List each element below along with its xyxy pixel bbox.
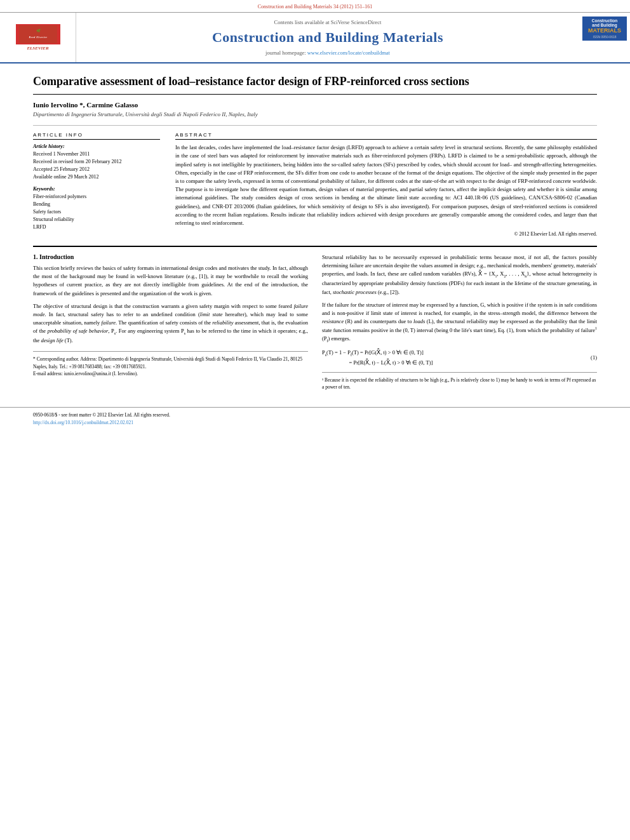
affiliation: Dipartimento di Ingegneria Strutturale, … — [33, 111, 597, 117]
abstract-text: In the last decades, codes have implemen… — [175, 143, 597, 227]
body-right-col: Structural reliability has to be necessa… — [322, 253, 597, 390]
keywords-section: Keywords: Fiber-reinforced polymers Bend… — [33, 186, 160, 231]
doi-link[interactable]: http://dx.doi.org/10.1016/j.conbuildmat.… — [33, 420, 133, 425]
footnote-area-left: * Corresponding author. Address: Diparti… — [33, 351, 308, 377]
journal-header: 🌿 Reed Elsevier ELSEVIER Contents lists … — [0, 13, 630, 63]
footnote-email: E-mail address: iunio.iervolino@unina.it… — [33, 370, 308, 377]
equation-1: Ps(T) = 1 − Pf(T) = Pr[G(X̄, t) > 0 ∀t ∈… — [322, 349, 597, 366]
eq1-line2: = Pr[R(X̄, t) − L(X̄, t) > 0 ∀t ∈ (0, T)… — [322, 359, 582, 366]
revised-date: Received in revised form 20 February 201… — [33, 158, 160, 166]
svg-text:Reed Elsevier: Reed Elsevier — [29, 36, 47, 39]
info-abstract-row: ARTICLE INFO Article history: Received 1… — [33, 132, 597, 237]
keyword-5: LRFD — [33, 223, 160, 231]
journal-homepage: journal homepage: www.elsevier.com/locat… — [265, 50, 390, 56]
journal-title: Construction and Building Materials — [212, 29, 443, 46]
page: Construction and Building Materials 34 (… — [0, 0, 630, 840]
author-names: Iunio Iervolino *, Carmine Galasso — [33, 101, 138, 109]
eq1-number: (1) — [582, 354, 597, 361]
equation-1-text: Ps(T) = 1 − Pf(T) = Pr[G(X̄, t) > 0 ∀t ∈… — [322, 349, 582, 366]
journal-center-header: Contents lists available at SciVerse Sci… — [76, 13, 579, 62]
received-date: Received 1 November 2011 — [33, 150, 160, 158]
two-col-body: 1. Introduction This section briefly rev… — [33, 253, 597, 390]
badge-subtitle: ISSN 0950-0618 — [584, 35, 625, 39]
footnote-corresponding: * Corresponding author. Address: Diparti… — [33, 356, 308, 370]
bottom-issn: 0950-0618/$ - see front matter © 2012 El… — [33, 411, 597, 419]
badge-line2: and Building — [584, 23, 625, 27]
section1-heading: 1. Introduction — [33, 253, 308, 260]
elsevier-block: 🌿 Reed Elsevier — [16, 24, 60, 44]
available-date: Available online 29 March 2012 — [33, 173, 160, 181]
section1-para1: This section briefly reviews the basics … — [33, 264, 308, 298]
keyword-2: Bending — [33, 201, 160, 208]
article-info: ARTICLE INFO Article history: Received 1… — [33, 132, 160, 237]
abstract-section: ABSTRACT In the last decades, codes have… — [175, 132, 597, 237]
keyword-3: Safety factors — [33, 208, 160, 216]
bottom-doi: http://dx.doi.org/10.1016/j.conbuildmat.… — [33, 419, 597, 427]
article-history: Article history: Received 1 November 201… — [33, 143, 160, 181]
eq1-line1: Ps(T) = 1 − Pf(T) = Pr[G(X̄, t) > 0 ∀t ∈… — [322, 349, 582, 357]
section1-para2: The objective of structural design is th… — [33, 302, 308, 345]
accepted-date: Accepted 25 February 2012 — [33, 166, 160, 173]
history-label: Article history: — [33, 143, 160, 149]
article-info-title: ARTICLE INFO — [33, 132, 160, 140]
elsevier-logo: 🌿 Reed Elsevier ELSEVIER — [0, 13, 76, 62]
body-left-col: 1. Introduction This section briefly rev… — [33, 253, 308, 390]
svg-rect-0 — [19, 25, 57, 43]
main-content: Comparative assessment of load–resistanc… — [0, 63, 630, 401]
journal-badge: Construction and Building MATERIALS ISSN… — [579, 13, 630, 62]
keyword-4: Structural reliability — [33, 216, 160, 223]
copyright: © 2012 Elsevier Ltd. All rights reserved… — [175, 231, 597, 237]
keyword-1: Fiber-reinforced polymers — [33, 193, 160, 201]
citation-text: Construction and Building Materials 34 (… — [258, 4, 372, 10]
body-divider — [33, 246, 597, 247]
elsevier-text: ELSEVIER — [27, 46, 48, 51]
homepage-url[interactable]: www.elsevier.com/locate/conbuildmat — [307, 50, 390, 56]
top-citation: Construction and Building Materials 34 (… — [0, 0, 630, 13]
sciverse-line: Contents lists available at SciVerse Sci… — [274, 19, 382, 25]
section1-right-para2: If the failure for the structure of inte… — [322, 301, 597, 345]
badge-image: Construction and Building MATERIALS ISSN… — [582, 17, 627, 41]
keywords-label: Keywords: — [33, 186, 160, 192]
bottom-bar: 0950-0618/$ - see front matter © 2012 El… — [0, 407, 630, 429]
divider-1 — [33, 125, 597, 126]
article-title: Comparative assessment of load–resistanc… — [33, 74, 597, 95]
authors: Iunio Iervolino *, Carmine Galasso — [33, 101, 597, 109]
section1-right-para1: Structural reliability has to be necessa… — [322, 253, 597, 297]
footnote-area-right: ¹ Because it is expected the reliability… — [322, 372, 597, 391]
badge-materials: MATERIALS — [584, 27, 625, 34]
footnote-1-text: ¹ Because it is expected the reliability… — [322, 377, 597, 391]
abstract-title: ABSTRACT — [175, 132, 597, 140]
elsevier-image: 🌿 Reed Elsevier ELSEVIER — [16, 24, 60, 51]
badge-line1: Construction — [584, 18, 625, 23]
